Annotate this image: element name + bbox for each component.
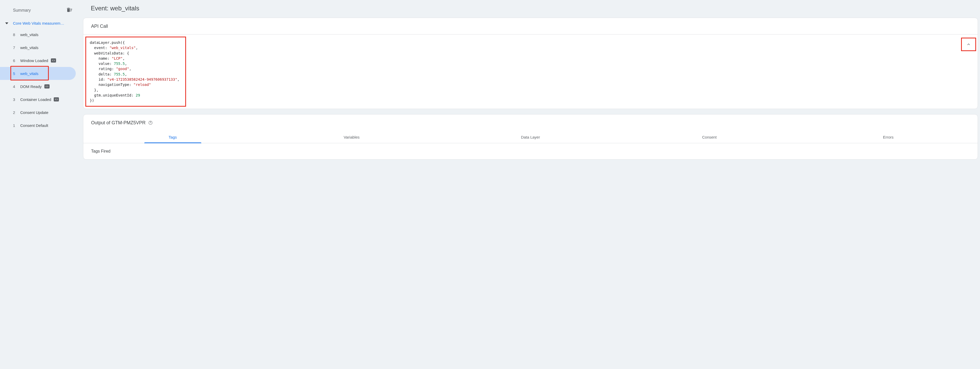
event-list: 8web_vitals7web_vitals6Window Loaded5web… (0, 28, 78, 132)
event-item-2[interactable]: 2Consent Update (0, 106, 76, 119)
event-num: 5 (13, 72, 19, 76)
caret-down-icon (5, 22, 8, 25)
event-label: web_vitals (20, 72, 38, 76)
code-badge-icon (54, 97, 59, 102)
event-num: 7 (13, 45, 19, 50)
tab-consent[interactable]: Consent (620, 131, 799, 143)
event-item-8[interactable]: 8web_vitals (0, 28, 76, 41)
output-card-header: Output of GTM-PMZ5VPR (83, 115, 978, 131)
clear-summary-button[interactable] (67, 7, 73, 14)
tree-group[interactable]: Core Web Vitals measurem… (0, 18, 78, 28)
page-title: Event: web_vitals (83, 0, 978, 17)
event-num: 8 (13, 32, 19, 37)
event-label: Container Loaded (20, 97, 51, 102)
delete-sweep-icon (67, 7, 73, 13)
output-tabs: TagsVariablesData LayerConsentErrors (83, 131, 978, 143)
event-label: DOM Ready (20, 84, 42, 89)
event-num: 6 (13, 58, 19, 63)
summary-title: Summary (13, 8, 30, 13)
api-call-body: dataLayer.push({ event: "web_vitals", we… (83, 37, 978, 107)
tab-data-layer[interactable]: Data Layer (441, 131, 620, 143)
event-label: Consent Default (20, 123, 48, 128)
chevron-up-icon (966, 42, 971, 47)
event-item-7[interactable]: 7web_vitals (0, 41, 76, 54)
tree-group-label: Core Web Vitals measurem… (13, 21, 73, 25)
event-label: Consent Update (20, 110, 48, 115)
tab-tags[interactable]: Tags (83, 131, 262, 143)
event-item-6[interactable]: 6Window Loaded (0, 54, 76, 67)
sidebar-header: Summary (0, 5, 78, 18)
event-label: web_vitals (20, 32, 38, 37)
api-call-header: API Call (83, 18, 978, 35)
event-num: 2 (13, 110, 19, 115)
code-badge-icon (45, 84, 49, 89)
event-num: 3 (13, 97, 19, 102)
api-call-card: API Call dataLayer.push({ event: "web_vi… (83, 17, 978, 109)
tab-variables[interactable]: Variables (262, 131, 441, 143)
tags-fired-section: Tags Fired (83, 143, 978, 159)
event-item-5[interactable]: 5web_vitals (0, 67, 76, 80)
tab-errors[interactable]: Errors (799, 131, 978, 143)
api-call-code: dataLayer.push({ event: "web_vitals", we… (85, 37, 186, 107)
output-card: Output of GTM-PMZ5VPR TagsVariablesData … (83, 114, 978, 160)
event-item-4[interactable]: 4DOM Ready (0, 80, 76, 93)
collapse-api-call-button[interactable] (961, 38, 976, 51)
help-icon[interactable] (148, 121, 153, 125)
code-badge-icon (51, 58, 56, 62)
sidebar: Summary Core Web Vitals measurem… 8web_v… (0, 0, 78, 369)
event-num: 4 (13, 84, 19, 89)
event-label: Window Loaded (20, 58, 48, 63)
event-item-3[interactable]: 3Container Loaded (0, 93, 76, 106)
event-item-1[interactable]: 1Consent Default (0, 119, 76, 132)
main: Event: web_vitals API Call dataLayer.pus… (78, 0, 980, 369)
event-label: web_vitals (20, 45, 38, 50)
event-num: 1 (13, 123, 19, 128)
